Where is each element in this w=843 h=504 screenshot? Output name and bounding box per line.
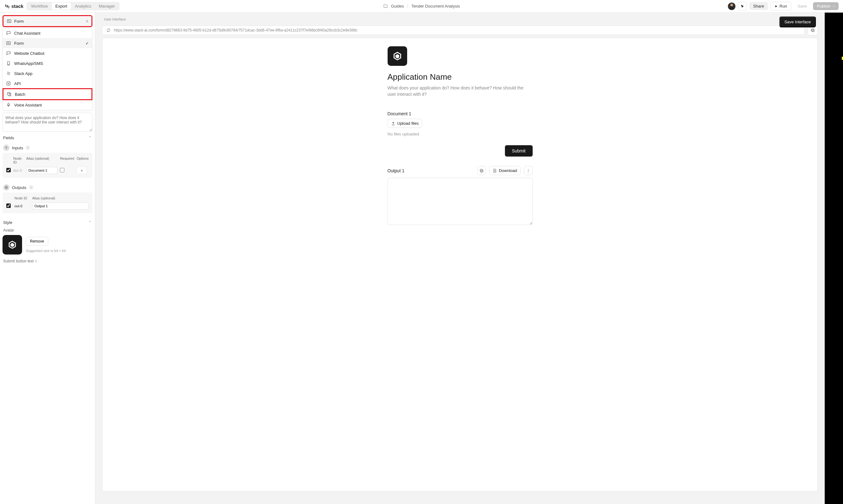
logo[interactable]: stack: [4, 3, 23, 9]
form-icon: [6, 41, 11, 46]
download-button[interactable]: Download: [489, 166, 521, 175]
tab-manager[interactable]: Manager: [95, 2, 119, 10]
description-textarea[interactable]: [2, 113, 92, 132]
tab-analytics[interactable]: Analytics: [71, 2, 95, 10]
output-alias-field[interactable]: [32, 202, 89, 210]
breadcrumb-folder[interactable]: Guides: [391, 4, 404, 8]
save-interface-button[interactable]: Save Interface: [779, 16, 816, 28]
info-icon[interactable]: i: [36, 259, 37, 263]
remove-avatar-button[interactable]: Remove: [26, 237, 48, 246]
voice-icon: [6, 102, 11, 107]
dropdown-item-batch[interactable]: Batch: [2, 88, 92, 100]
input-alias-field[interactable]: [26, 167, 57, 174]
chevron-up-icon: ⌃: [88, 220, 92, 225]
cursor-button[interactable]: [738, 2, 747, 11]
batch-icon: [6, 92, 12, 97]
api-icon: [6, 81, 11, 86]
avatar-label: Avatar: [2, 228, 92, 233]
publish-button[interactable]: Publish: [813, 2, 839, 10]
svg-rect-5: [7, 93, 10, 95]
right-black-panel: [825, 13, 843, 504]
save-button[interactable]: Save: [794, 2, 811, 10]
yellow-marker: [842, 57, 843, 60]
output-textarea[interactable]: [388, 178, 533, 225]
breadcrumb-page[interactable]: Tender Document Analysis: [411, 4, 460, 8]
output-node-id: out-0: [13, 201, 31, 211]
output-more-button[interactable]: [524, 166, 533, 175]
dropdown-selected-label: Form: [14, 19, 24, 24]
play-icon: [775, 5, 778, 8]
dropdown-item-whatsapp-sms[interactable]: WhatsApp/SMS: [3, 58, 92, 68]
input-row: doc-0 ＋: [5, 165, 90, 176]
output-row-checkbox[interactable]: [6, 203, 11, 208]
svg-point-3: [8, 64, 8, 65]
svg-rect-12: [480, 169, 482, 172]
sidebar[interactable]: Form ⇅ Chat Assistant Form ✓ Website Cha…: [0, 13, 95, 504]
upload-icon: [391, 121, 395, 126]
tab-workflow[interactable]: Workflow: [27, 2, 51, 10]
content-area: Save Interface User Interface Embed http…: [95, 13, 825, 504]
app-description: What does your application do? How does …: [388, 85, 533, 97]
fields-section-header[interactable]: Fields ⌃: [2, 133, 92, 143]
dropdown-item-voice-assistant[interactable]: Voice Assistant: [3, 100, 92, 110]
style-section-header[interactable]: Style ⌃: [2, 218, 92, 228]
svg-rect-1: [6, 41, 11, 44]
panel-header: User Interface Embed: [95, 13, 825, 23]
export-type-dropdown: Chat Assistant Form ✓ Website Chatbot Wh…: [2, 28, 92, 110]
refresh-icon[interactable]: [106, 28, 111, 33]
submit-text-label: Submit button text i: [2, 256, 92, 264]
svg-point-8: [5, 186, 7, 189]
url-text: https://www.stack-ai.com/form/d8276663-9…: [114, 28, 358, 33]
export-type-selector[interactable]: Form ⇅: [2, 15, 92, 27]
folder-icon: [383, 4, 388, 8]
chat-icon: [6, 31, 11, 36]
breadcrumb: Guides / Tender Document Analysis: [383, 4, 460, 8]
dropdown-item-form[interactable]: Form ✓: [3, 38, 92, 48]
inputs-icon: [3, 145, 10, 151]
svg-point-15: [528, 172, 529, 172]
input-required-checkbox[interactable]: [60, 168, 64, 172]
inputs-table: Node ID Alias (optional) Required Option…: [2, 153, 92, 178]
more-icon: [526, 168, 531, 173]
avatar-preview: [2, 235, 22, 254]
svg-rect-11: [481, 170, 483, 172]
avatar-hint: Suggested size is 64 × 64: [26, 249, 66, 253]
logo-text: stack: [11, 3, 23, 9]
url-field[interactable]: https://www.stack-ai.com/form/d8276663-9…: [102, 25, 805, 35]
download-icon: [493, 168, 497, 173]
input-row-checkbox[interactable]: [6, 168, 11, 172]
dropdown-item-website-chatbot[interactable]: Website Chatbot: [3, 48, 92, 58]
run-button[interactable]: Run: [771, 2, 791, 11]
svg-point-14: [528, 170, 529, 171]
svg-rect-10: [811, 29, 813, 31]
field-label-document: Document 1: [388, 111, 533, 116]
form-icon: [6, 19, 12, 24]
slack-icon: [6, 71, 11, 76]
inputs-header: Inputs i: [2, 143, 92, 153]
dropdown-item-slack-app[interactable]: Slack App: [3, 68, 92, 78]
phone-icon: [6, 61, 11, 66]
app-logo: [388, 46, 407, 66]
svg-rect-9: [812, 30, 814, 32]
submit-button[interactable]: Submit: [505, 145, 533, 157]
info-icon[interactable]: i: [25, 146, 30, 150]
svg-rect-4: [7, 82, 11, 85]
avatar-block: Remove Suggested size is 64 × 64: [2, 235, 92, 254]
form-preview[interactable]: Application Name What does your applicat…: [102, 38, 818, 491]
dropdown-item-chat-assistant[interactable]: Chat Assistant: [3, 28, 92, 38]
upload-files-button[interactable]: Upload files: [388, 119, 422, 128]
add-option-button[interactable]: ＋: [76, 167, 87, 174]
tab-export[interactable]: Export: [52, 2, 71, 10]
dropdown-item-api[interactable]: API: [3, 78, 92, 89]
nav-tabs: Workflow Export Analytics Manager: [27, 2, 119, 11]
copy-output-button[interactable]: [477, 166, 486, 175]
url-bar: https://www.stack-ai.com/form/d8276663-9…: [102, 25, 818, 35]
outputs-icon: [3, 184, 10, 191]
output-row: out-0: [5, 201, 90, 211]
no-files-text: No files uploaded: [388, 132, 533, 137]
share-button[interactable]: Share: [749, 2, 768, 10]
svg-point-7: [6, 187, 7, 188]
outputs-header: Outputs i: [2, 182, 92, 193]
user-avatar[interactable]: [728, 2, 736, 10]
info-icon[interactable]: i: [29, 185, 33, 190]
